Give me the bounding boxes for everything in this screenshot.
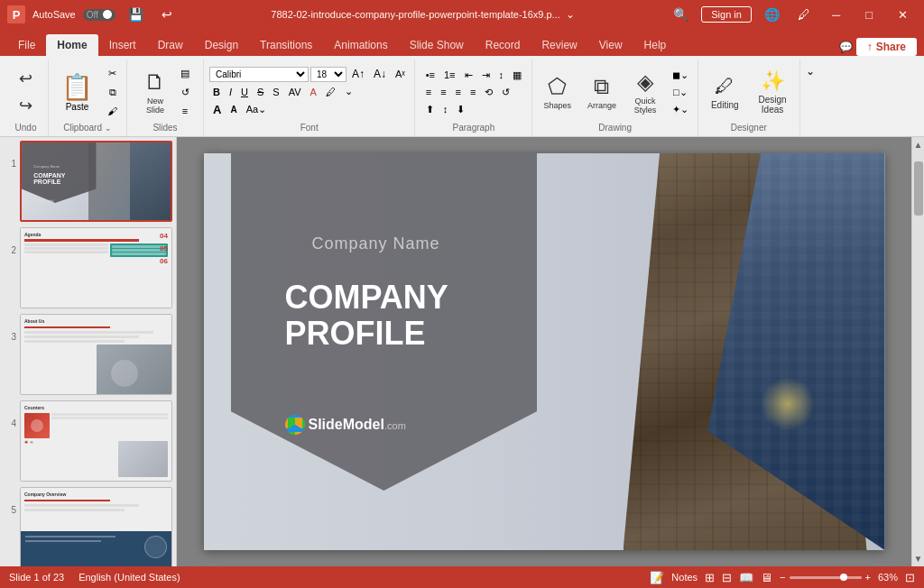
line-spacing-button[interactable]: ↕ — [495, 68, 508, 82]
zoom-track[interactable] — [790, 576, 862, 579]
save-button[interactable]: 💾 — [123, 5, 149, 23]
slide-thumb-img-3[interactable]: About Us — [20, 314, 172, 395]
tab-draw[interactable]: Draw — [147, 34, 194, 56]
ribbon-expand-button[interactable]: ⌄ — [802, 63, 818, 79]
tab-record[interactable]: Record — [475, 34, 531, 56]
shape-effects-button[interactable]: ✦⌄ — [669, 102, 692, 117]
globe-icon[interactable]: 🌐 — [759, 5, 785, 23]
autosave-toggle[interactable]: Off — [83, 9, 116, 21]
slide-thumb-2[interactable]: 2 Agenda — [4, 227, 172, 308]
tab-file[interactable]: File — [7, 34, 46, 56]
copy-button[interactable]: ⧉ — [104, 85, 121, 100]
italic-button[interactable]: I — [226, 85, 236, 99]
slide-thumb-4[interactable]: 4 Counters ❝ ❝ — [4, 400, 172, 482]
expand-title-icon[interactable]: ⌄ — [566, 8, 575, 21]
reset-button[interactable]: ↺ — [177, 85, 193, 100]
shadow-button[interactable]: S — [269, 85, 282, 99]
reading-view-button[interactable]: 📖 — [739, 571, 753, 584]
zoom-thumb[interactable] — [840, 574, 847, 581]
strikethrough-button[interactable]: S — [254, 85, 267, 99]
font-color-button[interactable]: A — [307, 85, 320, 99]
convert-smartart-button[interactable]: ↺ — [498, 85, 513, 100]
char-spacing-button[interactable]: AV — [285, 85, 305, 99]
change-case-button[interactable]: Aa⌄ — [243, 102, 270, 117]
format-painter-button[interactable]: 🖌 — [104, 104, 121, 118]
slide-panel[interactable]: 1 Company Name COMPANYPROFILE ●SlideMode… — [0, 137, 177, 566]
design-ideas-button[interactable]: ✨ DesignIdeas — [752, 66, 794, 118]
align-bottom-button[interactable]: ⬇ — [453, 102, 468, 117]
tab-view[interactable]: View — [588, 34, 633, 56]
shapes-button[interactable]: ⬠ Shapes — [538, 70, 577, 114]
font-family-select[interactable]: Calibri — [209, 67, 309, 82]
normal-view-button[interactable]: ⊞ — [705, 571, 715, 584]
comment-icon[interactable]: 💬 — [839, 41, 853, 53]
notes-label[interactable]: Notes — [671, 572, 698, 583]
clear-format-button[interactable]: Aᵡ — [392, 67, 409, 82]
tab-home[interactable]: Home — [46, 34, 97, 56]
scroll-up-arrow[interactable]: ▲ — [911, 137, 924, 152]
pen-icon[interactable]: 🖊 — [792, 5, 816, 23]
minimize-button[interactable]: ─ — [823, 5, 849, 25]
shape-outline-button[interactable]: □⌄ — [669, 85, 692, 100]
shape-fill-button[interactable]: ◼⌄ — [669, 68, 692, 83]
new-slide-button[interactable]: 🗋 NewSlide — [137, 66, 173, 118]
share-button[interactable]: ↑ Share — [856, 38, 917, 56]
close-button[interactable]: ✕ — [889, 5, 917, 25]
notes-button[interactable]: 📝 — [650, 571, 664, 584]
scroll-down-arrow[interactable]: ▼ — [911, 551, 924, 566]
scroll-thumb[interactable] — [914, 161, 923, 216]
undo-button[interactable]: ↩ — [12, 66, 41, 91]
font-size-select[interactable]: 18 — [310, 67, 346, 82]
font-shrink-button[interactable]: A↓ — [370, 66, 390, 82]
cut-button[interactable]: ✂ — [104, 66, 121, 81]
columns-button[interactable]: ▦ — [509, 68, 525, 83]
slide-thumb-3[interactable]: 3 About Us — [4, 314, 172, 395]
align-top-button[interactable]: ⬆ — [422, 102, 438, 117]
slide-thumb-5[interactable]: 5 Company Overview — [4, 487, 172, 566]
slide-thumb-img-2[interactable]: Agenda 04 — [20, 227, 172, 308]
slide-thumb-img-4[interactable]: Counters ❝ ❝ — [20, 400, 172, 482]
align-center-button[interactable]: ≡ — [437, 85, 449, 99]
tab-slide-show[interactable]: Slide Show — [399, 34, 475, 56]
bold-button[interactable]: B — [209, 85, 224, 99]
slide-thumb-1[interactable]: 1 Company Name COMPANYPROFILE ●SlideMode… — [4, 141, 172, 222]
zoom-plus-button[interactable]: + — [865, 572, 871, 583]
slide-sorter-button[interactable]: ⊟ — [722, 571, 732, 584]
tab-insert[interactable]: Insert — [98, 34, 147, 56]
slide-thumb-img-1[interactable]: Company Name COMPANYPROFILE ●SlideModel — [20, 141, 172, 222]
decrease-font-button[interactable]: A — [226, 103, 240, 116]
numbering-button[interactable]: 1≡ — [440, 68, 459, 82]
section-button[interactable]: ≡ — [177, 104, 193, 118]
tab-transitions[interactable]: Transitions — [249, 34, 323, 56]
text-direction-button[interactable]: ⟲ — [481, 85, 496, 100]
font-menu-button[interactable]: ⌄ — [341, 84, 356, 99]
bullets-button[interactable]: •≡ — [422, 68, 439, 82]
slide-thumb-img-5[interactable]: Company Overview — [20, 487, 172, 566]
align-left-button[interactable]: ≡ — [422, 85, 435, 99]
search-title-button[interactable]: 🔍 — [668, 5, 694, 23]
tab-animations[interactable]: Animations — [323, 34, 398, 56]
paste-button[interactable]: 📋 Paste — [54, 69, 100, 115]
tab-design[interactable]: Design — [194, 34, 249, 56]
editing-button[interactable]: 🖊 Editing — [704, 71, 746, 114]
fit-slide-button[interactable]: ⊡ — [905, 571, 915, 584]
increase-indent-button[interactable]: ⇥ — [478, 68, 494, 83]
layout-button[interactable]: ▤ — [177, 66, 193, 81]
increase-font-button[interactable]: A — [209, 101, 225, 118]
sign-in-button[interactable]: Sign in — [701, 6, 752, 23]
slide-company-name[interactable]: Company Name — [312, 234, 440, 253]
tab-help[interactable]: Help — [633, 34, 678, 56]
align-middle-button[interactable]: ↕ — [439, 102, 452, 116]
zoom-minus-button[interactable]: − — [780, 572, 785, 583]
arrange-button[interactable]: ⧉ Arrange — [582, 70, 622, 114]
highlight-button[interactable]: 🖊 — [322, 85, 339, 99]
right-scrollbar[interactable]: ▲ ▼ — [911, 137, 924, 566]
align-right-button[interactable]: ≡ — [452, 85, 465, 99]
undo-title-button[interactable]: ↩ — [156, 5, 178, 23]
scroll-track[interactable] — [912, 152, 924, 551]
justify-button[interactable]: ≡ — [467, 85, 479, 99]
zoom-slider[interactable]: − + — [780, 572, 871, 583]
tab-review[interactable]: Review — [531, 34, 587, 56]
font-grow-button[interactable]: A↑ — [348, 66, 368, 82]
presenter-view-button[interactable]: 🖥 — [761, 571, 772, 584]
